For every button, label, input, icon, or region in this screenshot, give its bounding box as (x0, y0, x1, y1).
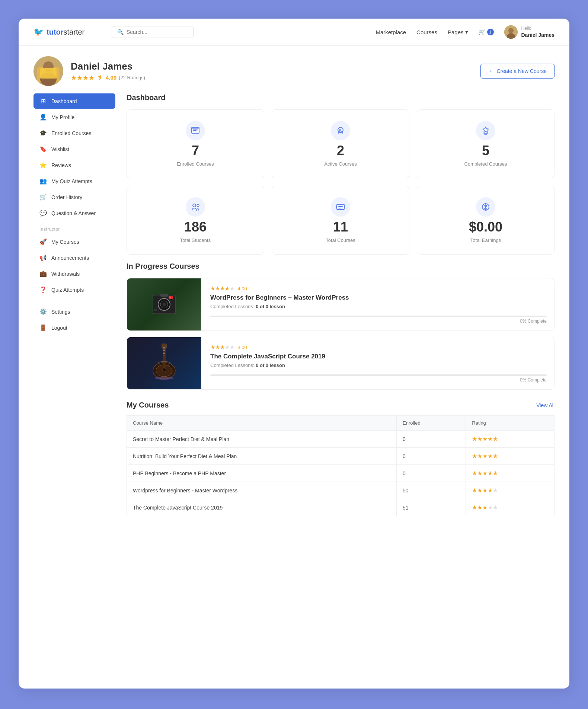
sidebar-item-quiz-attempts-instructor[interactable]: ❓ Quiz Attempts (33, 282, 115, 297)
th-enrolled: Enrolled (397, 416, 466, 431)
sidebar-item-my-profile[interactable]: 👤 My Profile (33, 109, 115, 125)
progress-label-javascript: 0% Complete (210, 377, 547, 383)
view-all-link[interactable]: View All (536, 402, 555, 408)
rating-cell: ★★★★★ (466, 465, 555, 482)
logout-icon: 🚪 (39, 324, 47, 331)
earnings-stat-number: $0.00 (469, 220, 502, 234)
enrolled-stat-label: Enrolled Courses (177, 161, 214, 167)
chevron-down-icon: ▾ (465, 29, 468, 35)
withdrawals-icon: 💼 (39, 270, 47, 277)
cart-badge[interactable]: 🛒 1 (479, 29, 494, 35)
course-stars-javascript: ★★★ (210, 344, 225, 350)
active-stat-icon (331, 121, 350, 140)
nav-courses[interactable]: Courses (416, 29, 437, 35)
sidebar-item-my-courses[interactable]: 🚀 My Courses (33, 234, 115, 249)
sidebar-item-reviews[interactable]: ⭐ Reviews (33, 157, 115, 173)
sidebar-item-enrolled-courses[interactable]: 🎓 Enrolled Courses (33, 125, 115, 141)
cart-icon: 🛒 (479, 29, 486, 35)
sidebar-item-order-history[interactable]: 🛒 Order History (33, 189, 115, 205)
course-title-javascript[interactable]: The Complete JavaScript Course 2019 (210, 353, 547, 360)
stat-cards-grid: 7 Enrolled Courses 2 Active Courses (127, 109, 555, 255)
course-rating-num-wordpress: 4.00 (237, 286, 247, 291)
svg-point-1 (508, 28, 514, 33)
svg-rect-12 (337, 204, 344, 210)
active-stat-number: 2 (337, 144, 344, 157)
course-title-wordpress[interactable]: WordPress for Beginners – Master WordPre… (210, 294, 547, 301)
course-card-wordpress[interactable]: ★★★★★ 4.00 WordPress for Beginners – Mas… (127, 278, 555, 331)
enrolled-cell: 0 (397, 448, 466, 465)
create-course-button[interactable]: ＋ Create a New Course (480, 64, 555, 79)
in-progress-section: In Progress Courses (127, 262, 555, 390)
svg-rect-20 (160, 294, 168, 297)
search-bar[interactable]: 🔍 (112, 26, 194, 38)
main-container: 🐦 tutorstarter 🔍 Marketplace Courses Pag… (19, 19, 569, 689)
students-stat-icon (186, 197, 205, 217)
settings-icon: ⚙️ (39, 308, 47, 315)
announcements-icon: 📢 (39, 254, 47, 261)
sidebar-item-dashboard[interactable]: ⊞ Dashboard (33, 93, 115, 109)
sidebar-item-settings[interactable]: ⚙️ Settings (33, 304, 115, 319)
svg-point-22 (169, 296, 171, 298)
sidebar-item-logout[interactable]: 🚪 Logout (33, 320, 115, 335)
svg-point-19 (163, 303, 166, 306)
total-courses-stat-icon (331, 197, 350, 217)
nav-marketplace[interactable]: Marketplace (376, 29, 406, 35)
user-text: Hello Daniel James (521, 26, 555, 38)
search-input[interactable] (127, 29, 188, 35)
logo[interactable]: 🐦 tutorstarter (33, 27, 100, 37)
table-row[interactable]: PHP Beginners - Become a PHP Master 0 ★★… (127, 465, 555, 482)
svg-point-29 (155, 377, 173, 380)
sidebar-item-quiz-attempts-student[interactable]: 👥 My Quiz Attempts (33, 173, 115, 189)
course-name-cell: Wordpress for Beginners - Master Wordpre… (127, 482, 397, 499)
sidebar-item-qa[interactable]: 💬 Question & Answer (33, 205, 115, 221)
total-courses-stat-label: Total Courses (326, 237, 355, 243)
rating-stars: ★★★★ (71, 74, 95, 82)
course-rating-javascript: ★★★★★ 3.00 (210, 344, 547, 351)
my-courses-icon: 🚀 (39, 238, 47, 245)
rating-cell: ★★★★★ (466, 448, 555, 465)
active-stat-label: Active Courses (324, 161, 357, 167)
rating-count: (22 Ratings) (119, 75, 145, 80)
content: Dashboard 7 Enrolled Courses (127, 93, 555, 516)
table-row[interactable]: The Complete JavaScript Course 2019 51 ★… (127, 499, 555, 516)
completed-stat-icon (476, 121, 495, 140)
reviews-icon: ⭐ (39, 162, 47, 169)
progress-container-javascript: 0% Complete (210, 374, 547, 383)
course-top-javascript: ★★★★★ 3.00 The Complete JavaScript Cours… (210, 344, 547, 368)
order-icon: 🛒 (39, 194, 47, 201)
course-name-cell: PHP Beginners - Become a PHP Master (127, 465, 397, 482)
sidebar-item-wishlist[interactable]: 🔖 Wishlist (33, 141, 115, 157)
course-lessons-wordpress: Completed Lessons: 0 of 0 lesson (210, 304, 547, 309)
search-icon: 🔍 (117, 29, 124, 35)
course-card-javascript[interactable]: ★★★★★ 3.00 The Complete JavaScript Cours… (127, 337, 555, 390)
course-info-javascript: ★★★★★ 3.00 The Complete JavaScript Cours… (209, 337, 554, 389)
sidebar-item-withdrawals[interactable]: 💼 Withdrawals (33, 266, 115, 281)
enrolled-cell: 50 (397, 482, 466, 499)
wishlist-icon: 🔖 (39, 146, 47, 153)
courses-table: Course Name Enrolled Rating Secret to Ma… (127, 415, 555, 516)
dashboard-icon: ⊞ (39, 98, 47, 105)
table-row[interactable]: Secret to Master Perfect Diet & Meal Pla… (127, 431, 555, 448)
profile-left: Daniel James ★★★★ ⯨ 4.09 (22 Ratings) (33, 56, 145, 86)
rating-number: 4.09 (106, 74, 116, 81)
svg-rect-23 (154, 309, 157, 311)
sidebar-item-announcements[interactable]: 📢 Announcements (33, 250, 115, 265)
profile-section: Daniel James ★★★★ ⯨ 4.09 (22 Ratings) ＋ … (19, 46, 569, 93)
total-courses-stat-number: 11 (333, 220, 348, 234)
nav-pages[interactable]: Pages ▾ (448, 29, 468, 35)
course-name-cell: The Complete JavaScript Course 2019 (127, 499, 397, 516)
rating-cell: ★★★★★ (466, 482, 555, 499)
course-stars-wordpress: ★★★★ (210, 285, 230, 291)
sidebar: ⊞ Dashboard 👤 My Profile 🎓 Enrolled Cour… (33, 93, 115, 516)
table-row[interactable]: Wordpress for Beginners - Master Wordpre… (127, 482, 555, 499)
enrolled-cell: 0 (397, 431, 466, 448)
svg-point-10 (193, 204, 196, 207)
table-row[interactable]: Nutrition: Build Your Perfect Diet & Mea… (127, 448, 555, 465)
stat-card-students: 186 Total Students (127, 186, 264, 255)
svg-rect-13 (336, 205, 337, 208)
svg-rect-7 (40, 68, 57, 79)
user-info[interactable]: Hello Daniel James (504, 25, 555, 39)
nav-links: Marketplace Courses Pages ▾ 🛒 1 (376, 25, 555, 39)
rating-cell: ★★★★★ (466, 431, 555, 448)
completed-stat-number: 5 (482, 144, 489, 157)
